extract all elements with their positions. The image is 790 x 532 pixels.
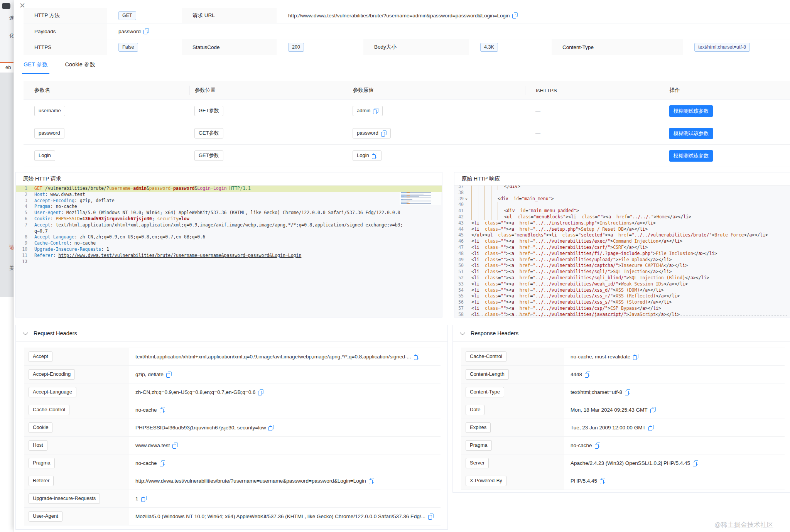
header-value: text/html;charset=utf-8 (571, 389, 622, 395)
header-key-chip: Accept-Language (29, 387, 76, 397)
response-code-line: 44<li class=""><a href="../../setup.php"… (454, 226, 790, 233)
raw-response-title: 原始 HTTP 响应 (454, 172, 790, 186)
header-key-chip: Content-Length (466, 369, 509, 379)
copy-icon[interactable] (160, 407, 165, 413)
request-code-line: 8Accept-Language: zh-CN,zh;q=0.9,en-US;q… (16, 234, 442, 240)
copy-icon[interactable] (585, 372, 590, 378)
copy-icon[interactable] (381, 130, 387, 137)
method-badge: GET (118, 11, 136, 20)
copy-icon[interactable] (600, 478, 605, 484)
header-key-chip: Expires (466, 422, 491, 432)
body-size-value: 4.3K (469, 39, 552, 55)
col-action: 操作 (662, 86, 790, 95)
edge-text-fragment: 请 (9, 244, 14, 251)
response-code-line: 47<li class=""><a href="../../vulnerabil… (454, 245, 790, 251)
header-key-chip: Pragma (29, 458, 55, 468)
param-tabs: GET 参数 Cookie 参数 (24, 58, 113, 74)
raw-response-editor[interactable]: 37</div>3839∨<div id="main_menu">4041<di… (454, 186, 790, 317)
response-code-line: 51<li class=""><a href="../../vulnerabil… (454, 269, 790, 275)
request-code-line: 5User-Agent: Mozilla/5.0 (Windows NT 10.… (16, 210, 442, 216)
response-code-line: 45</ul><ul class="menuBlocks"><li class=… (454, 232, 790, 238)
http-method-value: GET (108, 8, 182, 23)
copy-icon[interactable] (373, 108, 378, 114)
response-code-line: 43<li class=""><a href="../../instructio… (454, 220, 790, 226)
edge-active-tab-fragment: eb (0, 62, 14, 73)
params-table: 参数名 参数位置 参数原值 IsHTTPS 操作 usernameGET参数ad… (24, 81, 790, 167)
response-headers-panel: Response Headers Cache-Controlno-cache, … (452, 325, 790, 493)
copy-icon[interactable] (633, 354, 638, 360)
chevron-down-icon[interactable] (23, 330, 28, 335)
copy-icon[interactable] (414, 354, 419, 360)
copy-icon[interactable] (166, 372, 172, 378)
request-code-line: 2Host: www.dvwa.test (16, 192, 442, 198)
header-value: Tue, 23 Jun 2009 12:00:00 GMT (571, 425, 646, 431)
summary-row-3: HTTPS False StatusCode 200 Body大小 4.3K C… (24, 39, 790, 55)
response-code-line: 41<div id="main_menu_padded"> (454, 208, 790, 214)
copy-icon[interactable] (160, 460, 165, 466)
header-key-chip: Referer (29, 476, 54, 486)
raw-request-panel: 原始 HTTP 请求 1GET /vulnerabilities/brute/?… (15, 172, 442, 318)
raw-request-editor[interactable]: 1GET /vulnerabilities/brute/?username=ad… (16, 186, 442, 317)
http-method-label: HTTP 方法 (24, 8, 108, 23)
param-name-chip: username (34, 106, 65, 116)
fuzz-param-button[interactable]: 模糊测试该参数 (669, 128, 713, 139)
chevron-down-icon[interactable] (460, 330, 465, 335)
header-key-chip: User-Agent (29, 511, 62, 521)
raw-response-panel: 原始 HTTP 响应 37</div>3839∨<div id="main_me… (454, 172, 790, 318)
request-code-line: 6Cookie: PHPSESSID=136ud593j1rquvmich67j… (16, 216, 442, 222)
col-param-location: 参数位置 (189, 86, 340, 95)
header-value: www.dvwa.test (135, 442, 170, 448)
response-headers-header: Response Headers (453, 325, 790, 342)
header-key-chip: Cookie (29, 422, 52, 432)
copy-icon[interactable] (512, 12, 518, 19)
response-code-line: 40 (454, 202, 790, 208)
copy-icon[interactable] (172, 442, 178, 449)
raw-request-title: 原始 HTTP 请求 (16, 172, 442, 186)
header-key-chip: Cache-Control (29, 405, 69, 415)
header-value: Mon, 18 Mar 2024 09:25:43 GMT (571, 407, 648, 413)
header-value: 4448 (571, 372, 582, 377)
header-row: DateMon, 18 Mar 2024 09:25:43 GMT (461, 401, 785, 419)
header-value: no-cache (135, 407, 157, 413)
copy-icon[interactable] (648, 425, 654, 431)
header-value: PHPSESSID=l36ud593j1rquvmich67jsje30; se… (135, 425, 266, 431)
response-code-line: 52<li class=""><a href="../../vulnerabil… (454, 275, 790, 281)
header-value: no-cache, must-revalidate (571, 354, 630, 360)
underlying-page-edge: 连 化 eb 请 美 (0, 0, 14, 532)
copy-icon[interactable] (693, 460, 698, 466)
header-row: ExpiresTue, 23 Jun 2009 12:00:00 GMT (461, 419, 785, 437)
copy-icon[interactable] (258, 389, 263, 395)
copy-icon[interactable] (428, 513, 434, 520)
copy-icon[interactable] (143, 28, 149, 34)
copy-icon[interactable] (625, 389, 630, 395)
copy-icon[interactable] (372, 153, 377, 159)
header-row: X-Powered-ByPHP/5.4.45 (461, 472, 785, 490)
copy-icon[interactable] (141, 496, 147, 502)
copy-icon[interactable] (369, 478, 374, 484)
header-key-chip: Host (29, 440, 47, 450)
header-row: Cache-Controlno-cache (24, 401, 441, 419)
request-url-label: 请求 URL (182, 8, 277, 23)
fuzz-param-button[interactable]: 模糊测试该参数 (669, 150, 713, 162)
response-code-line: 55<li class=""><a href="../../vulnerabil… (454, 293, 790, 299)
response-code-line: 39∨<div id="main_menu"> (454, 196, 790, 202)
watermark: @稀土掘金技术社区 (714, 520, 773, 529)
header-row: Content-Length4448 (461, 366, 785, 383)
tab-cookie-params[interactable]: Cookie 参数 (65, 58, 95, 74)
col-param-value: 参数原值 (340, 86, 525, 95)
payloads-value: password (108, 24, 790, 39)
ishttps-empty-mark: — (535, 108, 540, 114)
fuzz-param-button[interactable]: 模糊测试该参数 (669, 105, 713, 117)
header-value: http://www.dvwa.test/vulnerabilities/bru… (135, 478, 366, 484)
request-code-line: 7Accept: text/html,application/xhtml+xml… (16, 222, 442, 228)
col-param-name: 参数名 (24, 86, 189, 95)
summary-row-2: Payloads password (24, 24, 790, 39)
request-code-line: 4Pragma: no-cache (16, 204, 442, 210)
code-fold-icon[interactable]: ∨ (465, 196, 468, 202)
copy-icon[interactable] (595, 442, 600, 449)
copy-icon[interactable] (650, 407, 656, 413)
header-key-chip: Upgrade-Insecure-Requests (29, 493, 100, 503)
tab-get-params[interactable]: GET 参数 (24, 58, 48, 74)
payloads-label: Payloads (24, 24, 108, 39)
copy-icon[interactable] (268, 425, 274, 431)
